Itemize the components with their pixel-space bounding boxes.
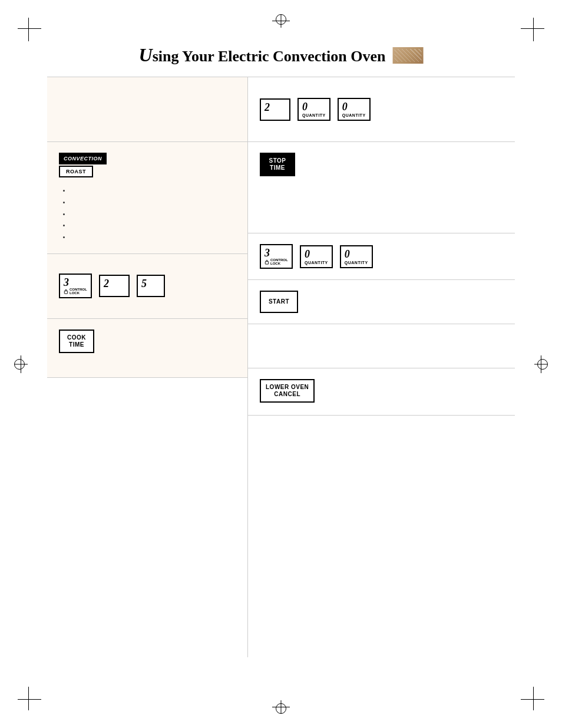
- right-key-0-2-label: QUANTITY: [342, 113, 366, 117]
- crop-mark-bl-v: [28, 687, 29, 710]
- reg-bottom-circle: [276, 703, 286, 714]
- right-key-3-number: 3: [265, 248, 288, 258]
- crop-mark-br-h: [521, 699, 544, 700]
- start-label: START: [269, 298, 289, 305]
- reg-left-circle: [14, 359, 25, 370]
- right-section-1: 2 0 QUANTITY 0 QUANTITY: [248, 77, 515, 142]
- right-key-0-3-number: 0: [305, 249, 310, 259]
- right-key-3-control-lock[interactable]: 3 CONTROLLOCK: [260, 244, 293, 269]
- roast-button[interactable]: ROAST: [59, 166, 93, 177]
- right-key-2-number: 2: [265, 102, 270, 113]
- left-section-3: 3 CONTROLLOCK 2 5: [47, 254, 247, 319]
- svg-rect-1: [265, 261, 268, 264]
- left-column: CONVECTION ROAST 3: [47, 77, 247, 657]
- right-key-0-1-number: 0: [302, 101, 308, 112]
- right-section-3b: START: [248, 280, 515, 324]
- left-section-1: [47, 77, 247, 142]
- right-key-0-qty-3[interactable]: 0 QUANTITY: [300, 245, 333, 268]
- right-key-0-4-label: QUANTITY: [345, 261, 368, 265]
- start-button[interactable]: START: [260, 291, 298, 313]
- title-text: Using Your Electric Convection Oven: [139, 44, 386, 66]
- key-3-control-lock[interactable]: 3 CONTROLLOCK: [59, 274, 92, 298]
- crop-mark-bl-h: [18, 699, 41, 700]
- right-key-0-3-label: QUANTITY: [305, 261, 328, 265]
- right-section-2: STOPTIME: [248, 142, 515, 233]
- reg-right-circle: [537, 359, 548, 370]
- right-key-0-qty-4[interactable]: 0 QUANTITY: [340, 245, 373, 268]
- key-5[interactable]: 5: [137, 275, 165, 297]
- right-column: 2 0 QUANTITY 0 QUANTITY STOPTIME: [248, 77, 515, 657]
- crop-mark-tr-h: [521, 28, 544, 29]
- key-5-number: 5: [141, 278, 147, 289]
- right-key-0-2-number: 0: [342, 101, 348, 112]
- convection-roast-area: CONVECTION ROAST: [59, 153, 236, 243]
- right-section-4: [248, 324, 515, 368]
- key-2-number: 2: [104, 278, 109, 289]
- left-section-4: COOKTIME: [47, 319, 247, 378]
- right-key-0-qty-1[interactable]: 0 QUANTITY: [297, 98, 330, 121]
- brand-logo: [392, 47, 423, 64]
- crop-mark-tl-v: [28, 18, 29, 41]
- right-key-0-1-label: QUANTITY: [302, 113, 326, 117]
- number-buttons-row: 3 CONTROLLOCK 2 5: [59, 274, 165, 298]
- right-key-3-sublabel: CONTROLLOCK: [265, 258, 288, 265]
- right-key-0-qty-2[interactable]: 0 QUANTITY: [338, 98, 371, 121]
- lower-oven-cancel-button[interactable]: LOWER OVENCANCEL: [260, 379, 315, 403]
- left-section-2: CONVECTION ROAST: [47, 142, 247, 254]
- title-u: U: [139, 44, 153, 65]
- cook-time-button[interactable]: COOKTIME: [59, 330, 94, 353]
- key-3-number: 3: [64, 277, 87, 288]
- lock-icon: [64, 289, 68, 294]
- right-section-5: LOWER OVENCANCEL: [248, 368, 515, 416]
- right-key-0-4-number: 0: [345, 249, 350, 259]
- right-lock-icon: [265, 259, 269, 265]
- key-3-sublabel: CONTROLLOCK: [64, 288, 87, 295]
- right-btn-row-1: 2 0 QUANTITY 0 QUANTITY: [260, 98, 371, 121]
- reg-top-circle: [276, 14, 286, 25]
- right-btn-row-3: 3 CONTROLLOCK 0 QUANTITY 0: [260, 244, 373, 269]
- crop-mark-br-v: [533, 687, 534, 710]
- convection-bullets: [59, 185, 71, 243]
- right-key-2[interactable]: 2: [260, 98, 290, 121]
- svg-rect-0: [64, 291, 67, 294]
- crop-mark-tl-h: [18, 28, 41, 29]
- right-section-3: 3 CONTROLLOCK 0 QUANTITY 0: [248, 233, 515, 280]
- stop-time-button[interactable]: STOPTIME: [260, 153, 295, 176]
- convection-button[interactable]: CONVECTION: [59, 153, 107, 164]
- crop-mark-tr-v: [533, 18, 534, 41]
- page-title: Using Your Electric Convection Oven: [139, 44, 424, 66]
- key-2[interactable]: 2: [99, 275, 130, 297]
